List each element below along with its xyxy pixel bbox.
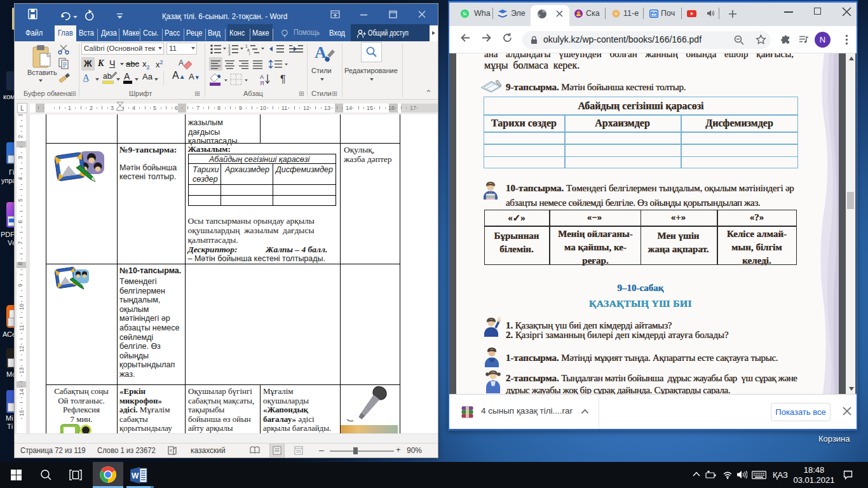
- svg-text:3: 3: [228, 51, 231, 56]
- svg-text:x: x: [170, 448, 172, 452]
- svg-text:i: i: [249, 51, 250, 56]
- svg-text:А: А: [315, 43, 327, 62]
- svg-text:A: A: [179, 58, 184, 67]
- svg-text:Я: Я: [260, 80, 264, 86]
- svg-text:¶: ¶: [280, 74, 286, 85]
- svg-text:А: А: [260, 74, 264, 80]
- svg-text:W: W: [132, 471, 139, 480]
